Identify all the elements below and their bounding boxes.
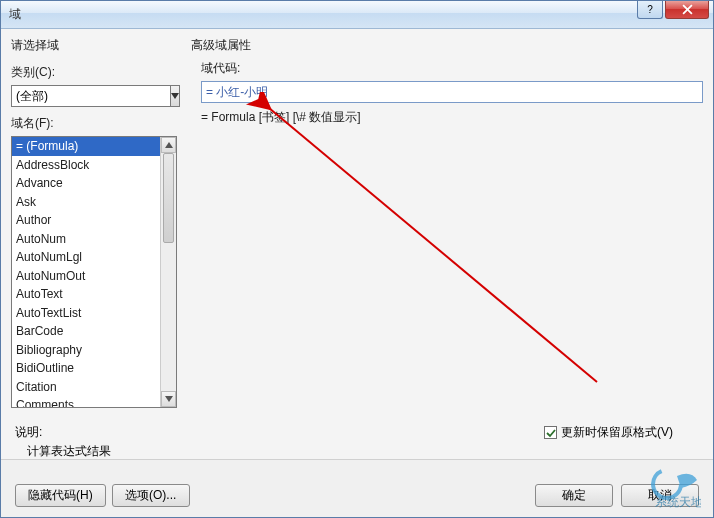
dialog-window: 域 ? 请选择域 类别(C): 域名(F): = (Formula)Addres…: [0, 0, 714, 518]
scroll-track[interactable]: [161, 153, 176, 391]
description-text: 计算表达式结果: [27, 443, 111, 460]
fieldname-label: 域名(F):: [11, 115, 177, 132]
close-button[interactable]: [665, 1, 709, 19]
list-item[interactable]: = (Formula): [12, 137, 160, 156]
right-inner: 域代码: = Formula [书签] [\# 数值显示]: [191, 58, 703, 459]
advanced-props-label: 高级域属性: [191, 37, 703, 54]
help-button[interactable]: ?: [637, 1, 663, 19]
list-item[interactable]: AutoNum: [12, 230, 160, 249]
left-panel: 请选择域 类别(C): 域名(F): = (Formula)AddressBlo…: [11, 37, 177, 459]
chevron-down-icon: [171, 93, 179, 99]
category-combo[interactable]: [11, 85, 177, 107]
category-input[interactable]: [11, 85, 170, 107]
listbox-scrollbar[interactable]: [160, 137, 176, 407]
chevron-down-icon: [165, 396, 173, 402]
list-item[interactable]: AutoNumLgl: [12, 248, 160, 267]
category-label: 类别(C):: [11, 64, 177, 81]
options-button[interactable]: 选项(O)...: [112, 484, 190, 507]
list-item[interactable]: AddressBlock: [12, 156, 160, 175]
description-label: 说明:: [15, 424, 111, 441]
watermark: 系统天地: [647, 466, 701, 511]
fieldname-listbox[interactable]: = (Formula)AddressBlockAdvanceAskAuthorA…: [11, 136, 177, 408]
titlebar[interactable]: 域 ?: [1, 1, 713, 29]
svg-text:系统天地: 系统天地: [655, 495, 701, 508]
hide-code-button[interactable]: 隐藏代码(H): [15, 484, 106, 507]
list-item[interactable]: Comments: [12, 396, 160, 407]
list-item[interactable]: AutoNumOut: [12, 267, 160, 286]
field-code-input[interactable]: [201, 81, 703, 103]
svg-point-1: [653, 470, 681, 498]
preserve-format-label: 更新时保留原格式(V): [561, 424, 673, 441]
window-buttons: ?: [635, 1, 709, 19]
select-domain-label: 请选择域: [11, 37, 177, 54]
window-title: 域: [9, 6, 21, 23]
list-item[interactable]: Bibliography: [12, 341, 160, 360]
dialog-body: 请选择域 类别(C): 域名(F): = (Formula)AddressBlo…: [1, 29, 713, 459]
annotation-arrow: [237, 92, 637, 452]
list-item[interactable]: BarCode: [12, 322, 160, 341]
list-item[interactable]: Citation: [12, 378, 160, 397]
scroll-down-button[interactable]: [161, 391, 176, 407]
combo-dropdown-button[interactable]: [170, 85, 180, 107]
advanced-fieldset: 域代码: = Formula [书签] [\# 数值显示]: [191, 60, 703, 126]
list-item[interactable]: BidiOutline: [12, 359, 160, 378]
list-item[interactable]: Advance: [12, 174, 160, 193]
description-block: 说明: 计算表达式结果: [15, 424, 111, 460]
ok-button[interactable]: 确定: [535, 484, 613, 507]
svg-line-0: [269, 108, 597, 382]
list-item[interactable]: AutoText: [12, 285, 160, 304]
preserve-format-checkbox[interactable]: [544, 426, 557, 439]
close-icon: [682, 4, 693, 15]
footer: 说明: 计算表达式结果 隐藏代码(H) 选项(O)... 确定 取消 系统天地: [1, 459, 713, 517]
right-panel: 高级域属性 域代码: = Formula [书签] [\# 数值显示]: [191, 37, 703, 459]
list-item[interactable]: Ask: [12, 193, 160, 212]
preserve-format-row[interactable]: 更新时保留原格式(V): [544, 424, 673, 441]
scroll-thumb[interactable]: [163, 153, 174, 243]
code-label: 域代码:: [201, 60, 703, 77]
left-buttons: 隐藏代码(H) 选项(O)...: [15, 484, 190, 507]
check-icon: [546, 428, 556, 438]
formula-description: = Formula [书签] [\# 数值显示]: [201, 109, 703, 126]
scroll-up-button[interactable]: [161, 137, 176, 153]
list-item[interactable]: AutoTextList: [12, 304, 160, 323]
chevron-up-icon: [165, 142, 173, 148]
list-item[interactable]: Author: [12, 211, 160, 230]
